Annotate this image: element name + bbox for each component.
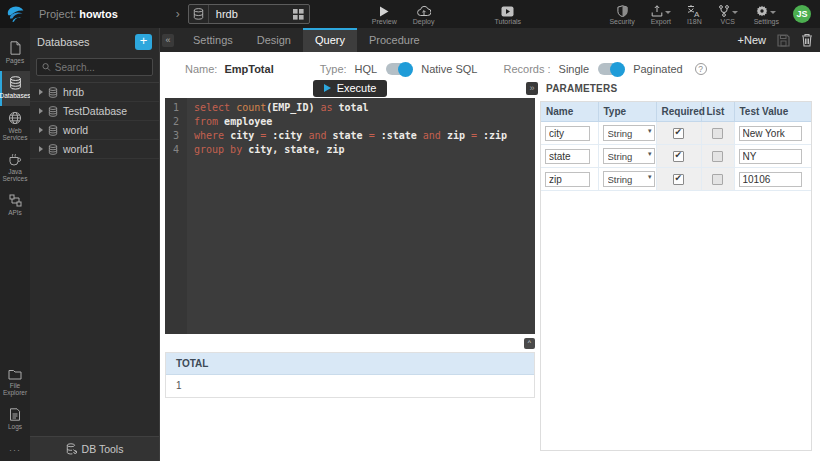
parameters-title: PARAMETERS [546, 83, 617, 94]
param-type-select[interactable]: String [603, 171, 655, 187]
query-form: Name: EmpTotal Type: HQL Native SQL Reco… [160, 52, 820, 79]
expand-caret-icon[interactable] [39, 108, 43, 114]
column-header-list: List [701, 102, 734, 122]
wavemaker-logo-icon [6, 5, 25, 24]
db-tools-icon [66, 443, 77, 455]
tab-settings[interactable]: Settings [181, 28, 245, 52]
sidebar-item-java-services[interactable]: Java Services [0, 148, 30, 189]
code-line[interactable]: 2from employee [165, 115, 535, 129]
parameters-header: » PARAMETERS [540, 79, 812, 98]
sidebar-item-apis[interactable]: APIs [0, 189, 30, 223]
param-type-select[interactable]: String [603, 125, 655, 141]
database-icon [48, 144, 58, 155]
databases-panel-title: Databases [37, 36, 135, 48]
expand-caret-icon[interactable] [39, 127, 43, 133]
db-tools-button[interactable]: DB Tools [30, 436, 159, 461]
help-icon[interactable]: ? [695, 63, 707, 75]
param-name-input[interactable] [545, 149, 590, 164]
search-input[interactable] [55, 62, 147, 73]
folder-icon [8, 368, 22, 380]
collapse-panel-button[interactable]: « [162, 34, 174, 47]
expand-editor-button[interactable]: » [526, 82, 538, 95]
play-icon [324, 84, 331, 92]
param-list-checkbox[interactable] [712, 174, 723, 185]
user-avatar[interactable]: JS [793, 5, 811, 23]
sidebar-item-pages[interactable]: Pages [0, 36, 30, 71]
param-test-value-input[interactable] [739, 149, 802, 164]
sidebar-item-databases[interactable]: Databases [0, 71, 30, 106]
tutorials-button[interactable]: Tutorials [495, 4, 522, 25]
delete-icon[interactable] [801, 33, 813, 47]
tab-query[interactable]: Query [303, 28, 357, 52]
export-icon [651, 5, 663, 17]
vcs-button[interactable]: VCS [718, 4, 738, 25]
records-option-paginated[interactable]: Paginated [633, 63, 683, 75]
param-required-checkbox[interactable] [673, 151, 684, 162]
more-options-icon[interactable]: ··· [0, 437, 30, 461]
column-header-required: Required [656, 102, 701, 122]
sidebar-item-web-services[interactable]: Web Services [0, 106, 30, 148]
records-option-single[interactable]: Single [559, 63, 590, 75]
param-required-checkbox[interactable] [673, 174, 684, 185]
new-query-button[interactable]: +New [738, 34, 766, 46]
database-selector[interactable]: hrdb [188, 4, 310, 24]
app-body: Pages Databases Web Services Java Servic… [0, 28, 820, 461]
rail-spacer [0, 223, 30, 363]
sidebar-item-file-explorer[interactable]: File Explorer [0, 363, 30, 403]
code-line[interactable]: 1select count(EMP_ID) as total [165, 101, 535, 115]
parameters-table: Name Type Required List Test Value Strin… [541, 102, 811, 191]
database-icon [48, 87, 58, 98]
database-list-item[interactable]: world1 [30, 140, 159, 159]
settings-button[interactable]: Settings [754, 4, 779, 25]
line-number: 4 [165, 143, 187, 157]
deploy-button[interactable]: Deploy [413, 4, 435, 25]
execute-button[interactable]: Execute [313, 80, 388, 97]
security-button[interactable]: Security [609, 4, 634, 25]
database-list-item[interactable]: world [30, 121, 159, 140]
export-button[interactable]: Export [651, 4, 671, 25]
branch-icon [718, 5, 730, 17]
param-required-checkbox[interactable] [673, 128, 684, 139]
expand-caret-icon[interactable] [39, 89, 43, 95]
grid-view-icon[interactable] [293, 9, 304, 20]
type-label: Type: [320, 63, 347, 75]
tab-design[interactable]: Design [245, 28, 303, 52]
database-list-item[interactable]: hrdb [30, 83, 159, 102]
param-list-checkbox[interactable] [712, 128, 723, 139]
type-option-native-sql[interactable]: Native SQL [421, 63, 477, 75]
chevron-down-icon [732, 11, 738, 14]
app-logo[interactable] [0, 0, 30, 28]
collapse-results-button[interactable]: ^ [524, 338, 535, 349]
param-test-value-input[interactable] [739, 172, 802, 187]
database-list-item[interactable]: TestDatabase [30, 102, 159, 121]
page-icon [9, 41, 22, 55]
save-icon[interactable] [777, 34, 790, 47]
records-toggle[interactable] [598, 63, 624, 75]
param-list-checkbox[interactable] [712, 151, 723, 162]
line-number: 2 [165, 115, 187, 129]
param-test-value-input[interactable] [739, 126, 802, 141]
type-option-hql[interactable]: HQL [355, 63, 378, 75]
param-type-select[interactable]: String [603, 148, 655, 164]
add-database-button[interactable]: + [135, 34, 152, 50]
type-toggle[interactable] [386, 63, 412, 75]
param-name-input[interactable] [545, 126, 590, 141]
i18n-button[interactable]: A I18N [687, 4, 702, 25]
database-icon [48, 125, 58, 136]
sql-editor[interactable]: 1select count(EMP_ID) as total2from empl… [165, 98, 535, 334]
code-line[interactable]: 3where city = :city and state = :state a… [165, 129, 535, 143]
code-line[interactable]: 4group by city, state, zip [165, 143, 535, 157]
preview-button[interactable]: Preview [372, 4, 397, 25]
param-name-input[interactable] [545, 172, 590, 187]
database-icon [48, 106, 58, 117]
databases-panel: Databases + hrdb TestDatabase [30, 28, 160, 461]
content-row: Execute 1select count(EMP_ID) as total2f… [160, 79, 820, 461]
expand-caret-icon[interactable] [39, 146, 43, 152]
tab-procedure[interactable]: Procedure [357, 28, 432, 52]
sidebar-item-logs[interactable]: Logs [0, 403, 30, 437]
database-search-box[interactable] [36, 58, 153, 76]
query-name-value[interactable]: EmpTotal [224, 63, 273, 75]
shield-icon [617, 4, 628, 17]
parameters-table-container: Name Type Required List Test Value Strin… [540, 101, 812, 451]
results-table: TOTAL 1 [165, 352, 535, 398]
